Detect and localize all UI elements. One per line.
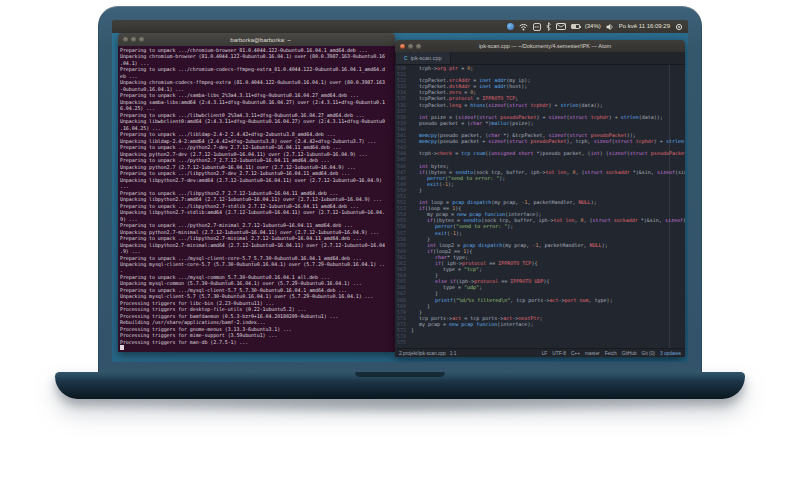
terminal-line: Unpacking mysql-client-core-5.7 (5.7.30-… [120,261,394,267]
atom-titlebar[interactable]: ipk-scan.cpp — ~/Dokumenty/4.semester/IP… [395,40,685,52]
terminal-line: Unpacking libpython2.7:amd64 (2.7.12-1ub… [120,196,394,202]
terminal-line: Unpacking chromium-codecs-ffmpeg-extra (… [120,79,394,85]
laptop-base [55,372,745,399]
terminal-window: barborka@barborka: ~ Preparing to unpack… [118,33,395,352]
desktop-screen: en (34%) Po kvě 11 16:09:29 [112,20,688,362]
wifi-icon[interactable] [519,23,528,31]
cpp-file-icon: C [404,52,408,64]
session-gear-icon[interactable] [675,23,683,31]
atom-window: ipk-scan.cpp — ~/Dokumenty/4.semester/IP… [395,40,685,357]
status-encoding[interactable]: UTF-8 [552,351,566,356]
clock[interactable]: Po kvě 11 16:09:29 [619,20,670,33]
status-updates-badge[interactable]: 3 updates [660,351,681,356]
keyboard-layout-indicator[interactable]: en [533,23,541,31]
terminal-line: Unpacking chromium-browser (81.0.4044.12… [120,53,394,59]
terminal-line: Unpacking mysql-client-5.7 (5.7.30-0ubun… [120,293,394,299]
line-number: 575 [395,339,409,345]
terminal-title: barborka@barborka: ~ [144,37,395,43]
terminal-line: Unpacking libpython2.7-dev:amd64 (2.7.12… [120,177,394,183]
atom-tab-bar: C ipk-scan.cpp [395,52,685,65]
terminal-line: Unpacking libpython2.7-stdlib:amd64 (2.7… [120,209,394,215]
status-grammar[interactable]: C++ [571,351,580,356]
tab-ipk-scan-cpp[interactable]: C ipk-scan.cpp [395,52,451,64]
status-git-changes[interactable]: Git (0) [642,351,655,356]
bluetooth-icon[interactable] [546,22,551,31]
system-tray: en (34%) Po kvě 11 16:09:29 [507,20,683,33]
atom-statusbar: 2.projekt/ipk-scan.cpp 1:1 LF UTF-8 C++ … [395,348,685,357]
close-button[interactable] [400,44,405,49]
battery-percentage: (34%) [585,20,601,33]
atom-window-buttons [400,44,421,49]
status-line-ending[interactable]: LF [542,351,548,356]
terminal-line: Unpacking samba-libs:amd64 (2:4.3.11+dfs… [120,99,394,105]
status-fetch-button[interactable]: Fetch [605,351,617,356]
wrap-guide [669,65,670,348]
terminal-line: Unpacking libwbclient0:amd64 (2:4.3.11+d… [120,118,394,124]
terminal-line: Preparing to unpack .../chromium-codecs-… [120,66,394,72]
battery-icon[interactable] [571,24,580,29]
code-line: 575 [395,339,685,345]
terminal-cursor [120,345,124,350]
code-editor[interactable]: 530tcph->urg_ptr = 0;531532tcpPacket.src… [395,65,685,348]
terminal-output[interactable]: Preparing to unpack .../chromium-browser… [118,46,395,352]
laptop-mockup: en (34%) Po kvě 11 16:09:29 [0,0,800,477]
terminal-line: Preparing to unpack .../samba-libs_2%3a4… [120,92,394,98]
atom-window-title: ipk-scan.cpp — ~/Dokumenty/4.semester/IP… [421,43,685,49]
laptop-shadow [90,398,710,414]
terminal-window-buttons [123,37,144,42]
volume-icon[interactable] [606,23,614,31]
mail-icon[interactable] [556,23,566,30]
minimize-button[interactable] [131,37,136,42]
status-cursor-position[interactable]: 1:1 [450,351,457,356]
terminal-titlebar[interactable]: barborka@barborka: ~ [118,33,395,46]
status-git-branch[interactable]: master [585,351,600,356]
app-indicator-icon[interactable] [507,23,514,30]
terminal-line: Unpacking mysql-common (5.7.30-0ubuntu0.… [120,280,394,286]
code-lines: 530tcph->urg_ptr = 0;531532tcpPacket.src… [395,65,685,348]
top-menubar: en (34%) Po kvě 11 16:09:29 [112,20,688,33]
close-button[interactable] [123,37,128,42]
terminal-line: Preparing to unpack .../libpython2.7-min… [120,235,394,241]
terminal-line: Preparing to unpack .../python2.7-minima… [120,222,394,228]
terminal-line: Unpacking libpython2.7-minimal:amd64 (2.… [120,242,394,248]
tab-label: ipk-scan.cpp [411,52,442,64]
status-file-path[interactable]: 2.projekt/ipk-scan.cpp [399,351,446,356]
minimize-button[interactable] [408,44,413,49]
status-github-button[interactable]: GitHub [622,351,637,356]
